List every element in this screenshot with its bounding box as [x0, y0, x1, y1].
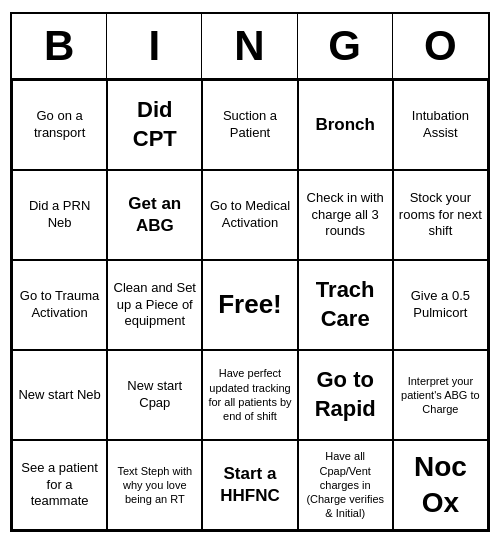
bingo-header: BINGO: [12, 14, 488, 80]
bingo-letter-g: G: [298, 14, 393, 78]
bingo-cell-22[interactable]: Start a HHFNC: [202, 440, 297, 530]
bingo-cell-12[interactable]: Free!: [202, 260, 297, 350]
bingo-cell-19[interactable]: Interpret your patient's ABG to Charge: [393, 350, 488, 440]
bingo-grid: Go on a transportDid CPTSuction a Patien…: [12, 80, 488, 530]
bingo-cell-10[interactable]: Go to Trauma Activation: [12, 260, 107, 350]
bingo-cell-20[interactable]: See a patient for a teammate: [12, 440, 107, 530]
bingo-letter-n: N: [202, 14, 297, 78]
bingo-cell-16[interactable]: New start Cpap: [107, 350, 202, 440]
bingo-letter-i: I: [107, 14, 202, 78]
bingo-cell-23[interactable]: Have all Cpap/Vent charges in (Charge ve…: [298, 440, 393, 530]
bingo-cell-4[interactable]: Intubation Assist: [393, 80, 488, 170]
bingo-letter-o: O: [393, 14, 488, 78]
bingo-cell-9[interactable]: Stock your rooms for next shift: [393, 170, 488, 260]
bingo-cell-0[interactable]: Go on a transport: [12, 80, 107, 170]
bingo-cell-7[interactable]: Go to Medical Activation: [202, 170, 297, 260]
bingo-cell-5[interactable]: Did a PRN Neb: [12, 170, 107, 260]
bingo-cell-15[interactable]: New start Neb: [12, 350, 107, 440]
bingo-cell-14[interactable]: Give a 0.5 Pulmicort: [393, 260, 488, 350]
bingo-cell-17[interactable]: Have perfect updated tracking for all pa…: [202, 350, 297, 440]
bingo-cell-24[interactable]: Noc Ox: [393, 440, 488, 530]
bingo-card: BINGO Go on a transportDid CPTSuction a …: [10, 12, 490, 532]
bingo-cell-2[interactable]: Suction a Patient: [202, 80, 297, 170]
bingo-cell-1[interactable]: Did CPT: [107, 80, 202, 170]
bingo-cell-3[interactable]: Bronch: [298, 80, 393, 170]
bingo-cell-13[interactable]: Trach Care: [298, 260, 393, 350]
bingo-cell-18[interactable]: Go to Rapid: [298, 350, 393, 440]
bingo-cell-21[interactable]: Text Steph with why you love being an RT: [107, 440, 202, 530]
bingo-cell-6[interactable]: Get an ABG: [107, 170, 202, 260]
bingo-cell-11[interactable]: Clean and Set up a Piece of equipment: [107, 260, 202, 350]
bingo-cell-8[interactable]: Check in with charge all 3 rounds: [298, 170, 393, 260]
bingo-letter-b: B: [12, 14, 107, 78]
